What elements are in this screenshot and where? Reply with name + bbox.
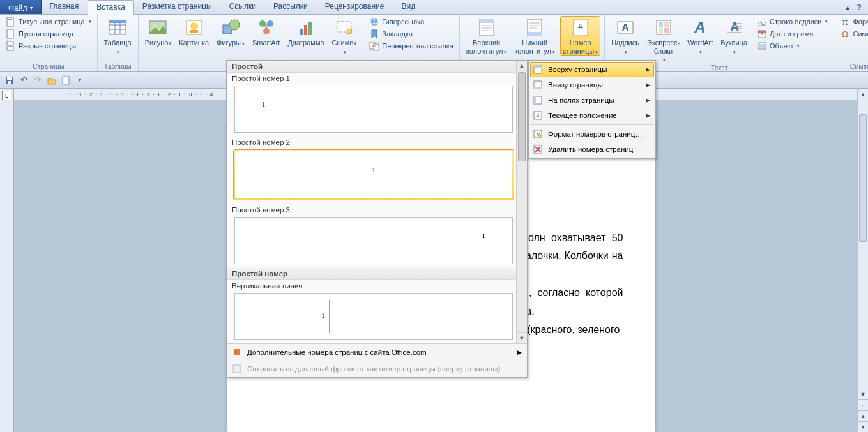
redo-icon[interactable]: ↷	[32, 75, 43, 86]
svg-rect-23	[308, 22, 312, 35]
prev-page-icon[interactable]: ▴	[858, 410, 868, 421]
dropcap-button[interactable]: AБуквица▾	[718, 16, 750, 55]
chart-button[interactable]: Диаграмма	[285, 16, 326, 47]
ribbon-minimize-icon[interactable]: ▴	[846, 3, 850, 12]
gallery-item-3[interactable]: 1	[234, 217, 513, 264]
tab-insert[interactable]: Вставка	[88, 0, 134, 15]
picture-button[interactable]: Рисунок	[142, 16, 174, 47]
dropcap-icon: A	[724, 17, 744, 38]
pn-current-icon: #	[533, 110, 543, 121]
svg-rect-30	[374, 44, 379, 50]
qat-customize-icon[interactable]: ▾	[74, 75, 86, 86]
tab-refs[interactable]: Ссылки	[221, 0, 265, 14]
tab-stop-selector[interactable]: L	[2, 91, 11, 100]
tab-layout[interactable]: Разметка страницы	[134, 0, 221, 14]
svg-text:Ω: Ω	[842, 29, 849, 39]
scroll-up-icon[interactable]: ▲	[858, 89, 868, 100]
hyperlink-button[interactable]: Гиперссылка	[367, 16, 455, 27]
svg-point-17	[229, 20, 240, 30]
textbox-icon: A	[615, 17, 636, 38]
smartart-button[interactable]: SmartArt	[250, 16, 282, 47]
gallery-item-4-label: Вертикальная линия	[227, 280, 527, 292]
vertical-scrollbar[interactable]: ▲ ▼ ◦ ▴ ▾	[857, 89, 868, 432]
pn-format-icon	[533, 129, 543, 139]
page-break-button[interactable]: Разрыв страницы	[4, 40, 93, 52]
svg-point-12	[153, 24, 156, 27]
new-icon[interactable]	[60, 75, 72, 86]
shapes-button[interactable]: Фигуры▾	[214, 16, 247, 47]
next-page-icon[interactable]: ▾	[858, 421, 868, 432]
table-icon	[107, 17, 128, 38]
pn-remove[interactable]: Удалить номера страниц	[530, 142, 654, 157]
svg-rect-81	[233, 365, 241, 373]
wordart-button[interactable]: AWordArt▾	[685, 16, 715, 55]
gallery-scrollbar[interactable]: ▲ ▼	[516, 61, 527, 343]
gallery-category-simple-number: Простой номер	[227, 268, 527, 280]
svg-rect-37	[528, 32, 542, 36]
svg-rect-66	[8, 81, 11, 84]
pn-page-margins[interactable]: На полях страницы▶	[530, 93, 654, 108]
svg-rect-49	[664, 28, 669, 33]
pn-bottom-of-page[interactable]: Внизу страницы▶	[530, 77, 654, 93]
tab-mail[interactable]: Рассылки	[265, 0, 317, 14]
tab-review[interactable]: Рецензирование	[317, 0, 393, 14]
object-button[interactable]: Объект▾	[755, 40, 830, 52]
tab-file[interactable]: Файл▾	[0, 0, 42, 14]
svg-rect-4	[7, 47, 13, 50]
date-time-button[interactable]: 5Дата и время	[755, 28, 830, 40]
scroll-thumb[interactable]	[859, 114, 867, 242]
svg-rect-15	[190, 30, 198, 33]
footer-icon	[524, 17, 545, 38]
pn-top-of-page[interactable]: Вверху страницы▶	[530, 62, 654, 77]
scroll-down-icon[interactable]: ▼	[858, 389, 868, 399]
tab-home[interactable]: Главная	[42, 0, 88, 14]
gallery-more-office[interactable]: Дополнительные номера страниц с сайта Of…	[227, 344, 527, 361]
svg-rect-10	[109, 20, 126, 23]
browse-object-icon[interactable]: ◦	[858, 399, 868, 410]
undo-icon[interactable]: ↶	[18, 75, 29, 86]
signature-line-button[interactable]: Строка подписи▾	[755, 16, 830, 27]
save-selection-icon	[232, 364, 242, 374]
page-number-button[interactable]: #Номер страницы▾	[560, 16, 600, 56]
gallery-scroll-thumb[interactable]	[518, 72, 526, 161]
svg-point-14	[190, 22, 198, 30]
textbox-button[interactable]: AНадпись▾	[609, 16, 642, 55]
equation-button[interactable]: πФормула▾	[838, 16, 868, 27]
footer-button[interactable]: Нижний колонтитул▾	[512, 16, 558, 55]
quickparts-button[interactable]: Экспресс-блоки▾	[644, 16, 682, 63]
cover-page-button[interactable]: Титульная страница▾	[4, 16, 93, 27]
cover-page-icon	[6, 17, 16, 27]
tab-view[interactable]: Вид	[393, 0, 424, 14]
pn-format[interactable]: Формат номеров страниц…	[530, 126, 654, 142]
bookmark-button[interactable]: Закладка	[367, 28, 455, 40]
help-icon[interactable]: ?	[857, 3, 862, 12]
page-number-gallery: Простой Простой номер 1 1 Простой номер …	[226, 60, 528, 378]
symbol-button[interactable]: ΩСимвол▾	[838, 28, 868, 40]
svg-rect-22	[304, 25, 307, 35]
header-icon	[476, 17, 497, 38]
ruler-vertical: L	[0, 89, 14, 432]
clipart-button[interactable]: Картинка	[176, 16, 211, 47]
gallery-item-1[interactable]: 1	[234, 86, 513, 133]
table-button[interactable]: Таблица▾	[102, 16, 134, 55]
svg-rect-80	[234, 349, 240, 355]
page-number-icon: #	[570, 17, 591, 38]
open-icon[interactable]	[46, 75, 57, 86]
gallery-item-2-label: Простой номер 2	[227, 137, 527, 148]
svg-text:#: #	[578, 22, 583, 32]
gallery-scroll-down-icon[interactable]: ▼	[517, 332, 527, 343]
gallery-item-4[interactable]: 1	[234, 293, 513, 340]
screenshot-button[interactable]: Снимок▾	[330, 16, 360, 55]
pn-bottom-icon	[533, 80, 543, 90]
svg-rect-3	[7, 41, 13, 45]
smartart-icon	[256, 17, 277, 38]
pn-top-icon	[533, 64, 543, 75]
group-symbols-label: Символы	[838, 62, 868, 71]
gallery-scroll-up-icon[interactable]: ▲	[517, 61, 527, 71]
crossref-button[interactable]: Перекрестная ссылка	[367, 40, 455, 52]
pn-current-position[interactable]: #Текущее положение▶	[530, 108, 654, 123]
save-icon[interactable]	[4, 75, 15, 86]
blank-page-button[interactable]: Пустая страница	[4, 28, 93, 40]
header-button[interactable]: Верхний колонтитул▾	[464, 16, 510, 55]
gallery-item-2[interactable]: 1	[233, 149, 514, 200]
